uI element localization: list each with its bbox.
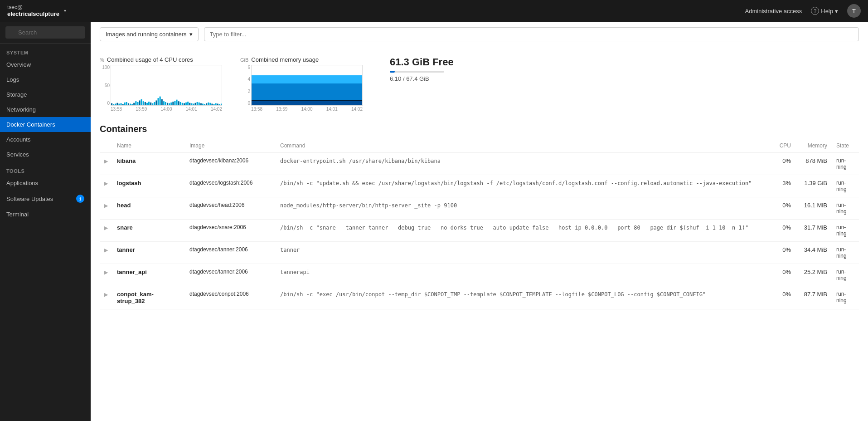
topbar: tsec@ electricalsculpture ▾ Administrati…	[0, 0, 868, 22]
container-state: run-ning	[832, 153, 859, 175]
memory-layer-active	[252, 100, 362, 105]
container-state: run-ning	[832, 197, 859, 220]
sidebar-item-applications[interactable]: Applications	[0, 176, 91, 191]
table-row: ▶ logstash dtagdevsec/logstash:2006 /bin…	[100, 175, 859, 197]
orgname: electricalsculpture	[7, 10, 59, 18]
memory-y-labels: 6 4 2 0	[240, 65, 251, 106]
sidebar-item-overview[interactable]: Overview	[0, 57, 91, 72]
table-row: ▶ head dtagdevsec/head:2006 node_modules…	[100, 197, 859, 220]
sidebar-item-software-updates-label: Software Updates	[6, 196, 53, 202]
topbar-brand-area[interactable]: tsec@ electricalsculpture ▾	[7, 4, 98, 18]
sidebar-item-services-label: Services	[6, 151, 29, 158]
container-memory: 87.7 MiB	[795, 286, 832, 309]
cpu-chart-container: 100 50 0 13:58 13:59 14:00 14:01 14:02	[100, 65, 222, 115]
software-updates-badge: ℹ	[76, 195, 84, 203]
container-cpu: 0%	[768, 197, 795, 220]
col-memory-header: Memory	[795, 139, 832, 153]
container-image: dtagdevsec/head:2006	[185, 197, 276, 220]
col-image-header: Image	[185, 139, 276, 153]
sidebar-item-storage-label: Storage	[6, 91, 27, 98]
memory-info: 61.3 GiB Free 6.10 / 67.4 GiB	[381, 56, 454, 82]
container-memory: 1.39 GiB	[795, 175, 832, 197]
section-label-tools: Tools	[0, 162, 91, 176]
cpu-chart-block: % Combined usage of 4 CPU cores 100 50 0…	[100, 56, 222, 115]
cpu-chart-title: Combined usage of 4 CPU cores	[107, 56, 193, 63]
container-name: tanner	[117, 246, 135, 253]
memory-chart-unit: GiB	[240, 57, 248, 63]
container-image: dtagdevsec/snare:2006	[185, 220, 276, 242]
container-memory: 878 MiB	[795, 153, 832, 175]
container-name: tanner_api	[117, 269, 147, 275]
row-expand-icon[interactable]: ▶	[104, 181, 108, 186]
container-cpu: 0%	[768, 220, 795, 242]
containers-section-title: Containers	[100, 124, 859, 134]
container-name: snare	[117, 224, 133, 231]
containers-tbody: ▶ kibana dtagdevsec/kibana:2006 docker-e…	[100, 153, 859, 309]
sidebar-item-docker-containers[interactable]: Docker Containers	[0, 117, 91, 132]
memory-chart-title-row: GiB Combined memory usage	[240, 56, 363, 63]
table-row: ▶ tanner dtagdevsec/tanner:2006 tanner 0…	[100, 242, 859, 264]
table-header: Name Image Command CPU Memory State	[100, 139, 859, 153]
search-wrapper: 🔍	[5, 26, 85, 39]
sidebar-search-area: 🔍	[0, 22, 91, 44]
memory-chart-inner	[251, 65, 363, 106]
row-expand-icon[interactable]: ▶	[104, 158, 108, 164]
sidebar-item-applications-label: Applications	[6, 180, 38, 186]
cpu-y-labels: 100 50 0	[100, 65, 111, 106]
row-expand-icon[interactable]: ▶	[104, 247, 108, 253]
container-command: tanner	[280, 247, 300, 253]
container-name: kibana	[117, 157, 136, 164]
container-command: node_modules/http-server/bin/http-server…	[280, 202, 457, 209]
filter-input[interactable]	[204, 27, 859, 41]
memory-ratio-label: 6.10 / 67.4 GiB	[390, 75, 454, 82]
memory-chart-title: Combined memory usage	[251, 56, 319, 63]
container-state: run-ning	[832, 242, 859, 264]
sidebar-item-accounts[interactable]: Accounts	[0, 132, 91, 147]
cpu-chart-inner	[111, 65, 222, 106]
container-state: run-ning	[832, 220, 859, 242]
container-cpu: 0%	[768, 242, 795, 264]
row-expand-icon[interactable]: ▶	[104, 269, 108, 275]
memory-free-label: 61.3 GiB Free	[390, 56, 454, 68]
sidebar-item-software-updates[interactable]: Software Updates ℹ	[0, 191, 91, 207]
col-state-header: State	[832, 139, 859, 153]
sidebar-item-terminal[interactable]: Terminal	[0, 207, 91, 222]
sidebar-item-networking-label: Networking	[6, 106, 36, 113]
sidebar-item-overview-label: Overview	[6, 61, 31, 68]
row-expand-icon[interactable]: ▶	[104, 225, 108, 230]
memory-line	[252, 100, 362, 101]
app-layout: 🔍 System Overview Logs Storage Networkin…	[0, 22, 868, 421]
toolbar: Images and running containers ▾	[91, 22, 868, 47]
container-command: docker-entrypoint.sh /usr/share/kibana/b…	[280, 158, 441, 164]
section-label-system: System	[0, 44, 91, 57]
table-row: ▶ snare dtagdevsec/snare:2006 /bin/sh -c…	[100, 220, 859, 242]
cpu-chart-unit: %	[100, 57, 104, 63]
sidebar-item-networking[interactable]: Networking	[0, 102, 91, 117]
sidebar-item-logs[interactable]: Logs	[0, 72, 91, 87]
brand-chevron-icon[interactable]: ▾	[64, 8, 66, 13]
col-command-header: Command	[276, 139, 768, 153]
table-row: ▶ tanner_api dtagdevsec/tanner:2006 tann…	[100, 264, 859, 286]
filter-dropdown-chevron-icon: ▾	[189, 31, 193, 38]
container-image: dtagdevsec/tanner:2006	[185, 242, 276, 264]
avatar[interactable]: T	[847, 4, 861, 18]
row-expand-icon[interactable]: ▶	[104, 203, 108, 208]
search-input[interactable]	[5, 26, 85, 39]
container-name: conpot_kam- strup_382	[117, 291, 154, 304]
table-row: ▶ kibana dtagdevsec/kibana:2006 docker-e…	[100, 153, 859, 175]
help-button[interactable]: ? Help ▾	[811, 7, 838, 15]
admin-access-label: Administrative access	[745, 8, 802, 15]
filter-dropdown[interactable]: Images and running containers ▾	[100, 27, 199, 41]
memory-usage-bar-fill	[390, 71, 395, 73]
sidebar-item-storage[interactable]: Storage	[0, 87, 91, 102]
sidebar-item-services[interactable]: Services	[0, 147, 91, 162]
sidebar-item-logs-label: Logs	[6, 76, 19, 83]
container-memory: 31.7 MiB	[795, 220, 832, 242]
row-expand-icon[interactable]: ▶	[104, 292, 108, 297]
memory-chart-container: 6 4 2 0 13:58 13:59	[240, 65, 363, 115]
memory-chart-block: GiB Combined memory usage 6 4 2 0	[240, 56, 363, 115]
help-circle-icon: ?	[811, 7, 819, 15]
table-row: ▶ conpot_kam- strup_382 dtagdevsec/conpo…	[100, 286, 859, 309]
container-name: head	[117, 202, 131, 209]
container-state: run-ning	[832, 175, 859, 197]
